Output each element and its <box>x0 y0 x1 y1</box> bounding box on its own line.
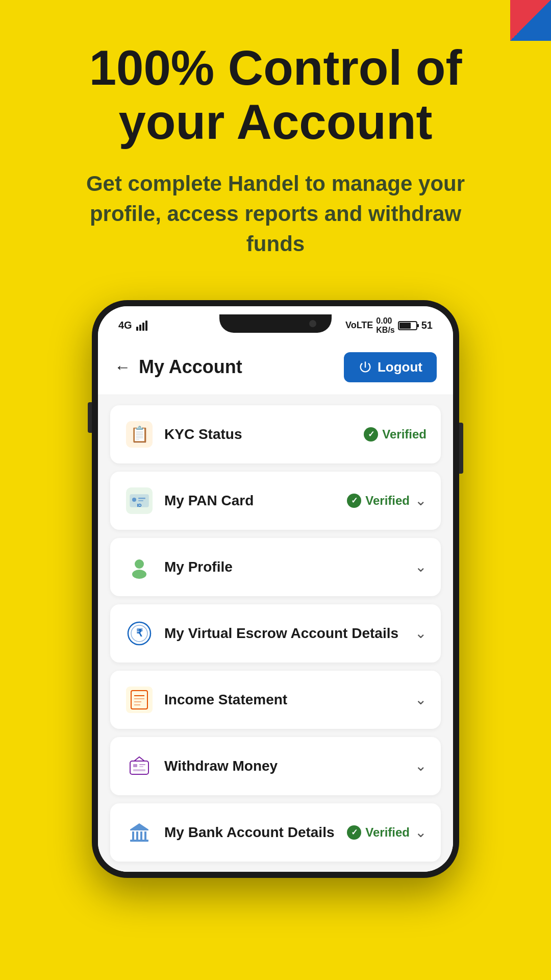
pan-icon: ID <box>124 486 154 516</box>
svg-text:₹: ₹ <box>136 627 143 639</box>
withdraw-icon <box>124 751 154 781</box>
svg-rect-32 <box>136 831 138 840</box>
income-chevron-icon: ⌄ <box>415 691 427 708</box>
menu-item-bank[interactable]: My Bank Account Details ✓ Verified ⌄ <box>110 803 441 862</box>
bank-status: ✓ Verified ⌄ <box>347 824 427 841</box>
phone-container: 4G 10:59 VoLTE 0.00KB/s <box>0 280 551 878</box>
profile-svg <box>126 554 153 580</box>
verified-check-icon: ✓ <box>364 427 378 442</box>
svg-rect-28 <box>139 764 145 765</box>
pan-svg: ID <box>126 487 153 514</box>
battery-percent: 51 <box>421 320 433 331</box>
svg-rect-30 <box>133 769 145 771</box>
bank-verified-text: Verified <box>365 825 410 840</box>
income-right: ⌄ <box>415 691 427 708</box>
menu-item-left-income: Income Statement <box>124 685 287 715</box>
bank-label: My Bank Account Details <box>164 824 334 841</box>
escrow-chevron-icon: ⌄ <box>415 625 427 642</box>
profile-icon <box>124 552 154 582</box>
menu-item-left-pan: ID My PAN Card <box>124 486 254 516</box>
menu-item-income[interactable]: Income Statement ⌄ <box>110 671 441 729</box>
withdraw-label: Withdraw Money <box>164 758 278 774</box>
menu-item-left-profile: My Profile <box>124 552 233 582</box>
escrow-label: My Virtual Escrow Account Details <box>164 625 398 642</box>
svg-rect-2 <box>142 323 144 331</box>
menu-item-escrow[interactable]: ₹ My Virtual Escrow Account Details ⌄ <box>110 604 441 663</box>
bank-chevron-icon: ⌄ <box>415 824 427 841</box>
menu-item-kyc[interactable]: 📋 KYC Status ✓ Verified <box>110 405 441 463</box>
svg-rect-1 <box>139 325 141 331</box>
menu-list: 📋 KYC Status ✓ Verified <box>98 395 453 872</box>
svg-rect-34 <box>144 831 146 840</box>
status-right: VoLTE 0.00KB/s 51 <box>345 316 433 335</box>
income-icon <box>124 685 154 715</box>
pan-label: My PAN Card <box>164 493 254 509</box>
svg-rect-6 <box>399 323 411 329</box>
income-svg <box>126 687 153 713</box>
profile-label: My Profile <box>164 559 233 575</box>
power-icon <box>358 360 372 374</box>
escrow-right: ⌄ <box>415 625 427 642</box>
header-left: ← My Account <box>114 356 242 378</box>
svg-rect-33 <box>140 831 142 840</box>
svg-rect-27 <box>133 764 137 767</box>
volte-indicator: VoLTE <box>345 320 373 331</box>
menu-item-profile[interactable]: My Profile ⌄ <box>110 538 441 596</box>
withdraw-chevron-icon: ⌄ <box>415 757 427 774</box>
pan-chevron-icon: ⌄ <box>415 492 427 509</box>
menu-item-left-withdraw: Withdraw Money <box>124 751 278 781</box>
phone-mockup: 4G 10:59 VoLTE 0.00KB/s <box>92 300 459 878</box>
svg-point-16 <box>132 570 146 579</box>
hero-title: 100% Control of your Account <box>31 41 520 149</box>
withdraw-right: ⌄ <box>415 757 427 774</box>
battery-container: 51 <box>398 320 433 331</box>
back-button[interactable]: ← <box>114 358 131 377</box>
network-indicator: 4G <box>118 320 132 331</box>
svg-rect-35 <box>130 840 148 842</box>
menu-item-left-escrow: ₹ My Virtual Escrow Account Details <box>124 619 398 648</box>
escrow-icon: ₹ <box>124 619 154 648</box>
bank-verified-icon: ✓ <box>347 825 361 840</box>
svg-text:ID: ID <box>137 503 142 508</box>
camera-dot <box>309 320 316 327</box>
kyc-label: KYC Status <box>164 426 242 443</box>
hero-subtitle: Get complete Handel to manage your profi… <box>66 169 485 259</box>
svg-rect-26 <box>130 761 148 774</box>
svg-rect-3 <box>145 321 147 331</box>
profile-chevron-icon: ⌄ <box>415 558 427 575</box>
menu-item-withdraw[interactable]: Withdraw Money ⌄ <box>110 737 441 795</box>
corner-accent <box>510 0 551 41</box>
svg-rect-0 <box>136 327 138 331</box>
svg-rect-13 <box>138 500 143 501</box>
kyc-status: ✓ Verified <box>364 427 427 442</box>
svg-text:📋: 📋 <box>130 425 149 444</box>
app-title: My Account <box>139 356 242 378</box>
svg-rect-31 <box>132 831 134 840</box>
phone-screen: 4G 10:59 VoLTE 0.00KB/s <box>98 306 453 872</box>
network-speed: 0.00KB/s <box>376 316 394 335</box>
profile-right: ⌄ <box>415 558 427 575</box>
kyc-verified-text: Verified <box>382 427 427 442</box>
kyc-icon: 📋 <box>124 420 154 449</box>
logout-button[interactable]: Logout <box>344 352 437 382</box>
pan-verified-text: Verified <box>365 494 410 508</box>
kyc-svg: 📋 <box>126 421 153 448</box>
escrow-svg: ₹ <box>126 620 153 647</box>
phone-notch <box>219 314 332 333</box>
status-left: 4G <box>118 320 148 331</box>
menu-item-pan[interactable]: ID My PAN Card ✓ Verified ⌄ <box>110 472 441 530</box>
bank-svg <box>126 819 153 846</box>
pan-status: ✓ Verified ⌄ <box>347 492 427 509</box>
svg-rect-12 <box>138 498 145 499</box>
menu-item-left-kyc: 📋 KYC Status <box>124 420 242 449</box>
svg-point-11 <box>132 498 136 502</box>
battery-icon <box>398 320 419 331</box>
kyc-verified-badge: ✓ Verified <box>364 427 427 442</box>
bank-verified-badge: ✓ Verified <box>347 825 410 840</box>
svg-rect-29 <box>139 766 143 767</box>
withdraw-svg <box>126 753 153 779</box>
menu-item-left-bank: My Bank Account Details <box>124 818 334 847</box>
bank-icon <box>124 818 154 847</box>
svg-rect-5 <box>417 324 419 327</box>
app-header: ← My Account Logout <box>98 340 453 395</box>
